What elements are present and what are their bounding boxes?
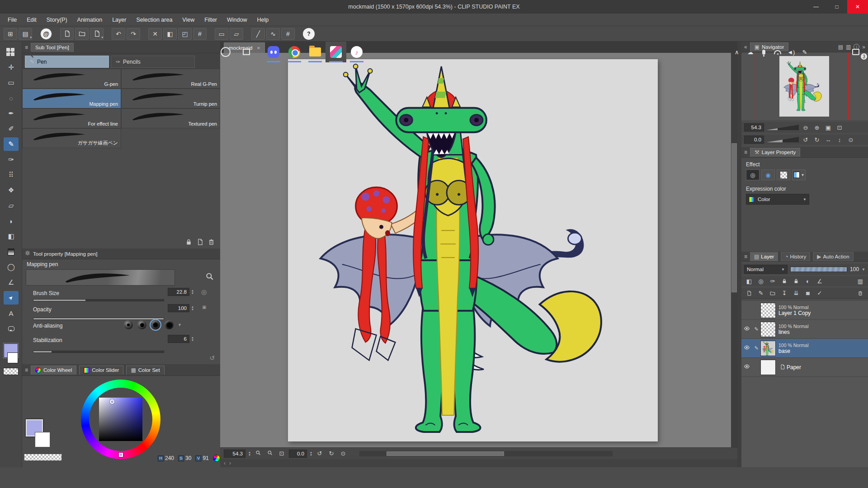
vertical-scrollbar[interactable] [731,53,737,447]
navigator-rotation-value[interactable]: 0.0 [744,136,764,144]
snap-to-grid-icon[interactable]: # [281,28,295,40]
maximize-button[interactable]: □ [826,0,847,14]
task-view-button[interactable] [236,42,257,62]
brush-size-spinner[interactable]: ▲▼ [191,289,194,295]
taskbar-discord[interactable] [263,42,284,62]
gradient-tool[interactable] [4,245,19,258]
figure-tool[interactable]: ◯ [4,260,19,274]
anti-aliasing-strong[interactable] [164,320,174,330]
balloon-tool[interactable] [4,322,19,335]
sub-color-swatch[interactable] [7,352,18,363]
status-rotation-spinner[interactable]: ▲▼ [310,451,312,456]
layer-visible-icon[interactable] [741,364,752,371]
border-effect-icon[interactable]: ◎ [746,169,760,180]
snap-to-special-ruler-icon[interactable]: ∿ [266,28,280,40]
next-document-icon[interactable]: › [229,460,231,466]
anti-aliasing-weak[interactable] [137,320,147,330]
reset-rotation-icon[interactable]: ⊙ [339,450,348,457]
frame-border-icon[interactable]: # [193,28,207,40]
fill-icon[interactable]: ◧ [163,28,177,40]
dropdown-caret-icon[interactable]: ▼ [178,323,182,327]
selection-tool[interactable]: ▭ [4,76,19,89]
undo-icon[interactable]: ↶ [112,28,125,40]
taskbar-chrome[interactable] [284,42,305,62]
lock-transparent-pixel-icon[interactable] [790,276,802,286]
menu-help[interactable]: Help [252,14,274,25]
layer-row-base[interactable]: ✎ 100 % Normalbase [741,339,868,358]
layer-row-paper[interactable]: Paper [741,358,868,377]
microphone-icon[interactable] [757,42,771,62]
menu-story[interactable]: Story(P) [42,14,72,25]
opacity-value[interactable]: 100 [168,304,189,312]
layer-opacity-slider[interactable] [790,267,847,272]
rotate-left-icon[interactable]: ↺ [315,450,324,457]
layer-opacity-value[interactable]: 100 [850,266,859,272]
fill-tool[interactable]: ◧ [4,230,19,243]
auto-action-tab[interactable]: ▶Auto Action [813,252,853,261]
navigator-zoom-slider[interactable] [766,125,799,130]
anti-aliasing-none[interactable] [123,320,133,330]
search-subtool-icon[interactable] [205,272,214,282]
menu-file[interactable]: File [3,14,22,25]
wifi-icon[interactable] [771,42,784,62]
color-wheel-tab[interactable]: Color Wheel [31,366,76,375]
brush-gasagasa-pen[interactable]: ガサガサ線画ペン [22,128,121,148]
canvas-paper[interactable] [288,59,658,441]
anti-aliasing-middle[interactable] [151,320,160,330]
stabilization-slider[interactable] [33,351,164,353]
menu-view[interactable]: View [177,14,199,25]
rotate-right-icon[interactable]: ↻ [812,136,821,143]
new-vector-layer-icon[interactable]: ✎ [755,288,767,298]
saturation-value-square[interactable] [99,398,142,441]
new-folder-icon[interactable] [767,288,778,298]
tone-effect-icon[interactable]: ◉ [761,169,775,180]
navigator-image-icon[interactable]: ▤ [838,44,843,50]
lasso-tool[interactable]: ◌ [4,91,19,105]
ruler-tool[interactable]: ∠ [4,276,19,289]
apply-mask-icon[interactable]: ✓ [814,288,826,298]
hue-marker[interactable] [119,453,123,457]
rotate-left-icon[interactable]: ↺ [801,136,810,143]
delete-layer-icon[interactable] [854,288,866,298]
transfer-down-icon[interactable]: ↧ [778,288,790,298]
zoom-out-icon[interactable] [254,450,263,457]
panel-menu-icon[interactable]: ≡ [25,367,28,373]
status-zoom-value[interactable]: 54.3 [224,450,245,458]
menu-edit[interactable]: Edit [22,14,42,25]
create-subtool-icon[interactable] [197,239,203,247]
brush-size-slider[interactable] [33,299,164,301]
navigator-zoom-value[interactable]: 54.3 [744,123,764,131]
dropdown-caret-icon[interactable]: ▼ [862,267,865,272]
transform-icon[interactable]: ◰ [178,28,192,40]
new-raster-layer-icon[interactable] [743,288,755,298]
flip-vertical-icon[interactable]: ↕ [835,136,844,143]
panel-menu-icon[interactable]: ≡ [744,149,747,155]
workspace-icon[interactable]: ⊞ [4,28,17,40]
canvas-viewport[interactable] [220,53,731,447]
lock-subtool-icon[interactable] [185,239,192,247]
status-rotation-value[interactable]: 0.0 [289,450,307,458]
navigator-preview[interactable] [741,52,868,120]
create-mask-icon[interactable]: ◙ [802,288,814,298]
brush-for-effect-line[interactable]: For effect line [22,108,121,128]
minimize-button[interactable]: — [806,0,826,14]
reset-view-icon[interactable]: ⊙ [846,136,855,143]
brush-turnip-pen[interactable]: Turnip pen [121,89,220,108]
brush-size-unit-icon[interactable]: ◎ [201,288,207,296]
rotate-right-icon[interactable]: ↻ [327,450,336,457]
combine-down-icon[interactable]: ⇊ [790,288,802,298]
sv-marker[interactable] [110,399,114,404]
help-icon[interactable]: ? [303,28,315,40]
pen-input-icon[interactable]: ✎ [798,42,811,62]
tray-expand-icon[interactable]: ∧ [730,42,744,62]
opacity-spinner[interactable]: ▲▼ [191,305,194,311]
color-set-tab[interactable]: ▦Color Set [126,366,164,375]
color-slider-tab[interactable]: Color Slider [79,366,123,375]
blend-tool[interactable]: ◗ [4,214,19,228]
subtool-tab-pencils[interactable]: ✑Pencils [111,56,195,68]
status-zoom-spinner[interactable]: ▲▼ [248,451,251,456]
pen-tool[interactable]: ✎ [4,137,19,151]
reference-layer-icon[interactable]: ◎ [755,276,767,286]
brush-g-pen[interactable]: G-pen [22,69,121,89]
panel-menu-icon[interactable]: ≡ [744,253,747,260]
